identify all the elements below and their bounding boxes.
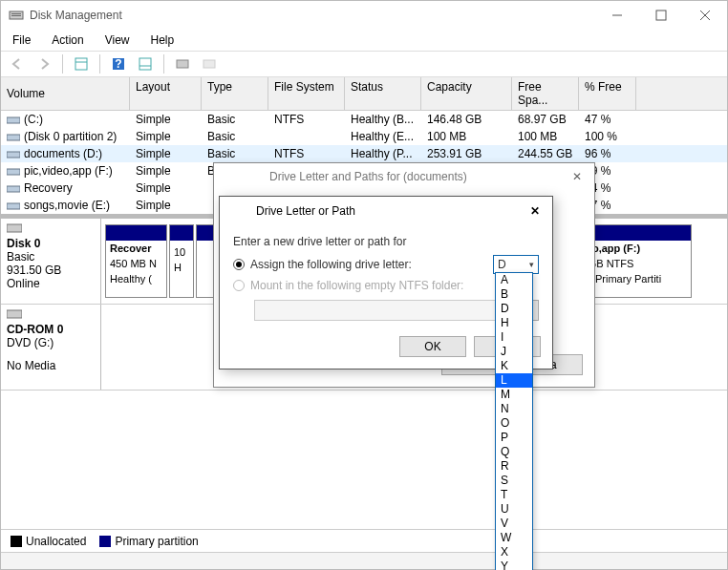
svg-rect-16: [7, 135, 20, 140]
menu-bar: File Action View Help: [1, 30, 727, 51]
dialog1-title: Drive Letter and Paths for (documents) ✕: [214, 163, 594, 190]
drive-letter-option[interactable]: Y: [496, 559, 532, 570]
svg-rect-14: [203, 60, 215, 68]
drive-icon: [7, 183, 20, 193]
drive-icon: [7, 201, 20, 210]
drive-letter-option[interactable]: D: [496, 302, 532, 316]
titlebar: Disk Management: [1, 1, 727, 30]
dialog2-title: Drive Letter or Path: [256, 204, 355, 218]
drive-letter-option[interactable]: J: [496, 345, 532, 359]
drive-letter-option[interactable]: P: [496, 431, 532, 445]
drive-icon: [7, 166, 20, 176]
dialog2-titlebar: Drive Letter or Path ✕: [220, 197, 552, 225]
drive-letter-option[interactable]: S: [496, 474, 532, 488]
drive-icon: [7, 149, 20, 158]
disk-header[interactable]: CD-ROM 0DVD (G:)No Media: [1, 305, 101, 390]
drive-letter-option[interactable]: Q: [496, 445, 532, 459]
svg-rect-21: [7, 224, 22, 232]
col-volume[interactable]: Volume: [1, 77, 130, 110]
drive-letter-option[interactable]: L: [496, 373, 532, 388]
forward-button[interactable]: [33, 53, 54, 74]
col-type[interactable]: Type: [202, 77, 268, 110]
col-filesystem[interactable]: File System: [268, 77, 345, 110]
drive-letter-option[interactable]: X: [496, 545, 532, 559]
drive-letter-option[interactable]: U: [496, 502, 532, 517]
svg-rect-19: [7, 186, 20, 192]
drive-letter-option[interactable]: B: [496, 287, 532, 302]
drive-letter-option[interactable]: H: [496, 316, 532, 330]
volume-row[interactable]: (C:)SimpleBasicNTFSHealthy (B...146.48 G…: [1, 111, 727, 128]
help-icon[interactable]: ?: [108, 53, 129, 74]
partition[interactable]: Recover450 MB NHealthy (: [105, 224, 167, 298]
col-capacity[interactable]: Capacity: [421, 77, 512, 110]
drive-letter-option[interactable]: K: [496, 359, 532, 373]
mount-folder-option[interactable]: Mount in the following empty NTFS folder…: [233, 275, 539, 296]
partition[interactable]: 10H: [169, 224, 194, 298]
svg-rect-18: [7, 169, 20, 175]
drive-letter-dropdown[interactable]: ABDHIJKLMNOPQRSTUVWXYZ: [495, 272, 533, 570]
disk-icon: [7, 222, 22, 234]
svg-rect-13: [177, 60, 188, 68]
window-title: Disk Management: [30, 9, 122, 22]
disk-management-window: Disk Management File Action View Help ? …: [0, 0, 728, 570]
dialog2-prompt: Enter a new drive letter or path for: [233, 235, 539, 248]
close-button[interactable]: [683, 1, 727, 30]
disk-icon: [7, 308, 22, 320]
drive-letter-option[interactable]: N: [496, 402, 532, 416]
disk-management-icon: [9, 8, 24, 23]
drive-letter-option[interactable]: I: [496, 330, 532, 345]
dialog1-close-icon[interactable]: ✕: [567, 167, 587, 186]
svg-rect-2: [11, 15, 21, 16]
dialog2-ok-button[interactable]: OK: [399, 336, 466, 357]
disk-header[interactable]: Disk 0Basic931.50 GBOnline: [1, 219, 101, 304]
settings-icon[interactable]: [172, 53, 193, 74]
legend-unallocated: Unallocated: [11, 535, 86, 548]
svg-rect-7: [75, 58, 87, 70]
svg-rect-20: [7, 203, 20, 209]
drive-letter-option[interactable]: W: [496, 531, 532, 545]
col-free[interactable]: Free Spa...: [512, 77, 579, 110]
svg-rect-11: [139, 58, 151, 70]
minimize-button[interactable]: [595, 1, 639, 30]
svg-rect-1: [11, 13, 21, 14]
volume-row[interactable]: (Disk 0 partition 2)SimpleBasicHealthy (…: [1, 128, 727, 145]
svg-rect-17: [7, 152, 20, 158]
back-button[interactable]: [7, 53, 28, 74]
drive-letter-option[interactable]: T: [496, 488, 532, 502]
menu-help[interactable]: Help: [147, 32, 179, 48]
menu-action[interactable]: Action: [48, 32, 87, 48]
col-status[interactable]: Status: [345, 77, 421, 110]
svg-rect-22: [7, 310, 22, 318]
svg-rect-4: [656, 11, 666, 20]
radio-mount-icon: [233, 280, 245, 291]
drive-icon: [7, 115, 20, 124]
menu-view[interactable]: View: [101, 32, 134, 48]
svg-rect-15: [7, 117, 20, 123]
status-bar: [1, 552, 727, 569]
legend-primary: Primary partition: [99, 535, 198, 548]
maximize-button[interactable]: [639, 1, 683, 30]
action-icon[interactable]: [199, 53, 220, 74]
drive-letter-option[interactable]: V: [496, 517, 532, 531]
view-bottom-icon[interactable]: [135, 53, 156, 74]
chevron-down-icon: ▾: [529, 260, 534, 269]
drive-icon: [7, 132, 20, 141]
mount-folder-input: [254, 300, 496, 321]
radio-assign-icon: [233, 259, 245, 270]
drive-letter-option[interactable]: A: [496, 273, 532, 287]
svg-text:?: ?: [115, 57, 121, 71]
volume-row[interactable]: documents (D:)SimpleBasicNTFSHealthy (P.…: [1, 145, 727, 162]
drive-letter-option[interactable]: M: [496, 388, 532, 402]
menu-file[interactable]: File: [9, 32, 34, 48]
legend: Unallocated Primary partition: [1, 529, 727, 552]
volume-header: Volume Layout Type File System Status Ca…: [1, 77, 727, 111]
col-pct[interactable]: % Free: [579, 77, 636, 110]
toolbar: ?: [1, 51, 727, 77]
drive-letter-option[interactable]: R: [496, 459, 532, 474]
dialog2-close-icon[interactable]: ✕: [525, 201, 545, 221]
drive-letter-option[interactable]: O: [496, 416, 532, 431]
view-top-icon[interactable]: [71, 53, 92, 74]
col-layout[interactable]: Layout: [130, 77, 202, 110]
drive-letter-select[interactable]: D ▾: [493, 255, 539, 274]
